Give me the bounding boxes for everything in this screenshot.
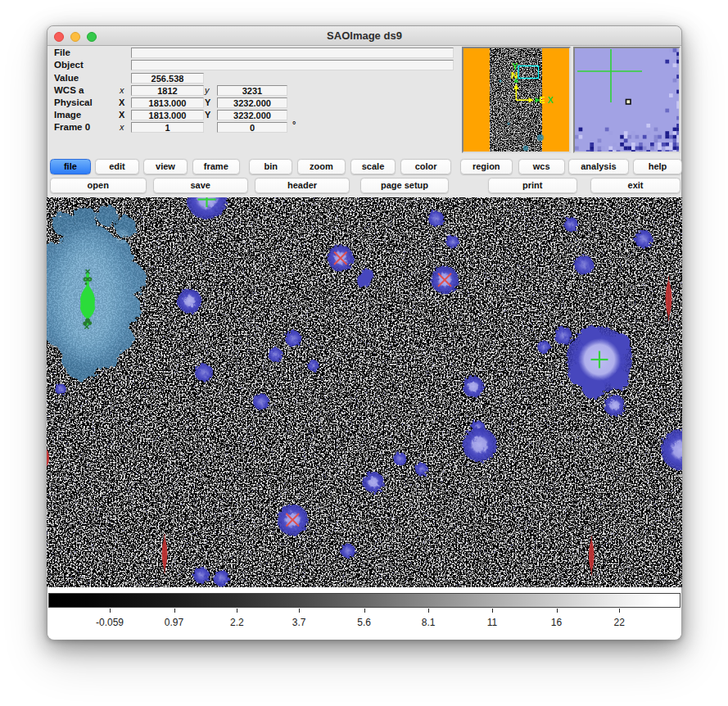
svg-text:N: N [511, 70, 518, 80]
svg-text:X: X [548, 95, 554, 105]
svg-text:E: E [540, 95, 545, 105]
